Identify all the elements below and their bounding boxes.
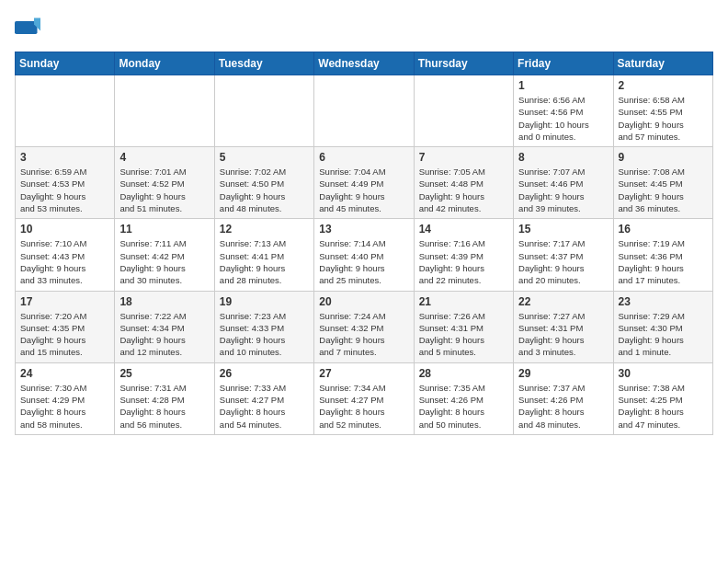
day-number: 28 [419, 367, 508, 380]
day-info: Sunrise: 7:10 AMSunset: 4:43 PMDaylight:… [20, 237, 109, 286]
day-number: 12 [220, 223, 309, 236]
calendar-cell: 26Sunrise: 7:33 AMSunset: 4:27 PMDayligh… [214, 362, 313, 434]
logo [15, 15, 44, 40]
day-info: Sunrise: 7:29 AMSunset: 4:30 PMDaylight:… [619, 310, 708, 359]
calendar-cell: 28Sunrise: 7:35 AMSunset: 4:26 PMDayligh… [414, 362, 513, 434]
calendar-cell: 5Sunrise: 7:02 AMSunset: 4:50 PMDaylight… [214, 147, 313, 219]
weekday-header-sunday: Sunday [16, 52, 115, 75]
day-number: 24 [20, 367, 109, 380]
calendar-cell: 10Sunrise: 7:10 AMSunset: 4:43 PMDayligh… [16, 219, 115, 291]
day-info: Sunrise: 7:34 AMSunset: 4:27 PMDaylight:… [319, 382, 408, 431]
day-number: 13 [319, 223, 408, 236]
day-number: 4 [119, 151, 209, 164]
day-number: 16 [619, 223, 708, 236]
day-info: Sunrise: 6:59 AMSunset: 4:53 PMDaylight:… [20, 166, 109, 214]
day-number: 17 [20, 295, 109, 308]
day-number: 11 [119, 223, 209, 236]
calendar-cell: 18Sunrise: 7:22 AMSunset: 4:34 PMDayligh… [115, 291, 214, 362]
day-info: Sunrise: 7:19 AMSunset: 4:36 PMDaylight:… [619, 237, 708, 286]
calendar-cell [414, 75, 513, 147]
day-number: 25 [119, 367, 209, 380]
day-number: 9 [619, 151, 708, 164]
day-number: 30 [619, 367, 708, 380]
calendar-cell: 27Sunrise: 7:34 AMSunset: 4:27 PMDayligh… [314, 362, 414, 434]
calendar-cell: 30Sunrise: 7:38 AMSunset: 4:25 PMDayligh… [613, 362, 712, 434]
weekday-header-row: SundayMondayTuesdayWednesdayThursdayFrid… [16, 52, 713, 75]
day-info: Sunrise: 7:13 AMSunset: 4:41 PMDaylight:… [220, 237, 309, 286]
calendar-cell: 4Sunrise: 7:01 AMSunset: 4:52 PMDaylight… [115, 147, 214, 219]
day-info: Sunrise: 7:22 AMSunset: 4:34 PMDaylight:… [119, 310, 209, 359]
day-number: 3 [20, 151, 109, 164]
calendar-cell: 24Sunrise: 7:30 AMSunset: 4:29 PMDayligh… [16, 362, 115, 434]
page-header [15, 15, 713, 40]
day-number: 1 [518, 79, 608, 92]
day-number: 5 [220, 151, 309, 164]
calendar-week-2: 3Sunrise: 6:59 AMSunset: 4:53 PMDaylight… [16, 147, 713, 219]
logo-icon [15, 15, 40, 40]
calendar-cell: 7Sunrise: 7:05 AMSunset: 4:48 PMDaylight… [414, 147, 513, 219]
calendar-cell: 14Sunrise: 7:16 AMSunset: 4:39 PMDayligh… [414, 219, 513, 291]
calendar-week-1: 1Sunrise: 6:56 AMSunset: 4:56 PMDaylight… [16, 75, 713, 147]
day-info: Sunrise: 7:07 AMSunset: 4:46 PMDaylight:… [518, 166, 608, 214]
calendar-cell [314, 75, 414, 147]
calendar-cell: 19Sunrise: 7:23 AMSunset: 4:33 PMDayligh… [214, 291, 313, 362]
calendar-cell: 3Sunrise: 6:59 AMSunset: 4:53 PMDaylight… [16, 147, 115, 219]
calendar-cell: 8Sunrise: 7:07 AMSunset: 4:46 PMDaylight… [514, 147, 613, 219]
day-info: Sunrise: 7:33 AMSunset: 4:27 PMDaylight:… [220, 382, 309, 431]
day-info: Sunrise: 7:38 AMSunset: 4:25 PMDaylight:… [619, 382, 708, 431]
day-info: Sunrise: 7:20 AMSunset: 4:35 PMDaylight:… [20, 310, 109, 359]
weekday-header-thursday: Thursday [414, 52, 513, 75]
calendar-cell: 6Sunrise: 7:04 AMSunset: 4:49 PMDaylight… [314, 147, 414, 219]
day-number: 2 [619, 79, 708, 92]
calendar-cell: 16Sunrise: 7:19 AMSunset: 4:36 PMDayligh… [613, 219, 712, 291]
day-info: Sunrise: 7:26 AMSunset: 4:31 PMDaylight:… [419, 310, 508, 359]
calendar-cell: 11Sunrise: 7:11 AMSunset: 4:42 PMDayligh… [115, 219, 214, 291]
calendar-body: 1Sunrise: 6:56 AMSunset: 4:56 PMDaylight… [16, 75, 713, 435]
calendar-week-5: 24Sunrise: 7:30 AMSunset: 4:29 PMDayligh… [16, 362, 713, 434]
day-info: Sunrise: 7:35 AMSunset: 4:26 PMDaylight:… [419, 382, 508, 431]
weekday-header-friday: Friday [514, 52, 613, 75]
weekday-header-monday: Monday [115, 52, 214, 75]
day-number: 27 [319, 367, 408, 380]
calendar-header: SundayMondayTuesdayWednesdayThursdayFrid… [16, 52, 713, 75]
day-number: 10 [20, 223, 109, 236]
day-info: Sunrise: 7:04 AMSunset: 4:49 PMDaylight:… [319, 166, 408, 214]
calendar-week-4: 17Sunrise: 7:20 AMSunset: 4:35 PMDayligh… [16, 291, 713, 362]
calendar-cell: 29Sunrise: 7:37 AMSunset: 4:26 PMDayligh… [514, 362, 613, 434]
calendar-cell [16, 75, 115, 147]
day-info: Sunrise: 7:17 AMSunset: 4:37 PMDaylight:… [518, 237, 608, 286]
day-number: 29 [518, 367, 608, 380]
day-number: 6 [319, 151, 408, 164]
calendar-cell: 22Sunrise: 7:27 AMSunset: 4:31 PMDayligh… [514, 291, 613, 362]
calendar-cell: 17Sunrise: 7:20 AMSunset: 4:35 PMDayligh… [16, 291, 115, 362]
calendar-cell [214, 75, 313, 147]
day-number: 8 [518, 151, 608, 164]
calendar-week-3: 10Sunrise: 7:10 AMSunset: 4:43 PMDayligh… [16, 219, 713, 291]
day-info: Sunrise: 7:23 AMSunset: 4:33 PMDaylight:… [220, 310, 309, 359]
calendar-cell: 2Sunrise: 6:58 AMSunset: 4:55 PMDaylight… [613, 75, 712, 147]
day-info: Sunrise: 7:37 AMSunset: 4:26 PMDaylight:… [518, 382, 608, 431]
calendar-cell: 9Sunrise: 7:08 AMSunset: 4:45 PMDaylight… [613, 147, 712, 219]
day-number: 7 [419, 151, 508, 164]
day-number: 21 [419, 295, 508, 308]
weekday-header-saturday: Saturday [613, 52, 712, 75]
day-info: Sunrise: 6:56 AMSunset: 4:56 PMDaylight:… [518, 94, 608, 143]
day-info: Sunrise: 7:08 AMSunset: 4:45 PMDaylight:… [619, 166, 708, 214]
day-number: 19 [220, 295, 309, 308]
day-number: 14 [419, 223, 508, 236]
day-info: Sunrise: 7:11 AMSunset: 4:42 PMDaylight:… [119, 237, 209, 286]
day-info: Sunrise: 7:01 AMSunset: 4:52 PMDaylight:… [119, 166, 209, 214]
day-info: Sunrise: 7:30 AMSunset: 4:29 PMDaylight:… [20, 382, 109, 431]
day-info: Sunrise: 7:31 AMSunset: 4:28 PMDaylight:… [119, 382, 209, 431]
calendar-cell: 20Sunrise: 7:24 AMSunset: 4:32 PMDayligh… [314, 291, 414, 362]
day-info: Sunrise: 7:14 AMSunset: 4:40 PMDaylight:… [319, 237, 408, 286]
weekday-header-wednesday: Wednesday [314, 52, 414, 75]
calendar-cell: 23Sunrise: 7:29 AMSunset: 4:30 PMDayligh… [613, 291, 712, 362]
weekday-header-tuesday: Tuesday [214, 52, 313, 75]
day-info: Sunrise: 7:05 AMSunset: 4:48 PMDaylight:… [419, 166, 508, 214]
day-number: 20 [319, 295, 408, 308]
calendar-cell: 25Sunrise: 7:31 AMSunset: 4:28 PMDayligh… [115, 362, 214, 434]
day-number: 22 [518, 295, 608, 308]
calendar-cell: 13Sunrise: 7:14 AMSunset: 4:40 PMDayligh… [314, 219, 414, 291]
day-info: Sunrise: 6:58 AMSunset: 4:55 PMDaylight:… [619, 94, 708, 143]
